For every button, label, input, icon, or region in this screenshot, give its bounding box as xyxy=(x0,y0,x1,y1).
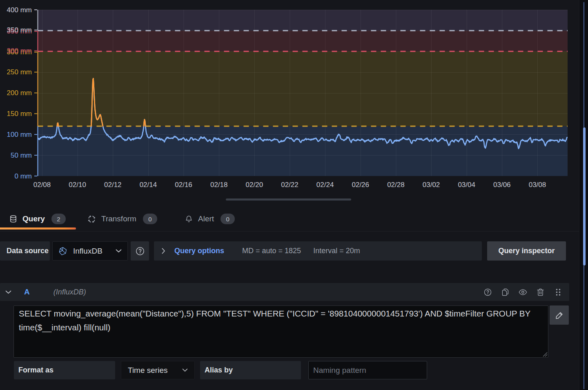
alias-by-label: Alias by xyxy=(200,361,301,379)
x-tick-label: 03/08 xyxy=(529,181,546,189)
alias-by-placeholder: Naming pattern xyxy=(313,366,366,375)
tab-alert-count-badge: 0 xyxy=(220,214,235,224)
datasource-help-button[interactable] xyxy=(131,241,149,261)
y-tick-label: 250 mm xyxy=(7,68,32,76)
y-tick-label: 0 mm xyxy=(15,172,32,180)
datasource-label: Data source xyxy=(0,241,50,261)
query-help-button[interactable] xyxy=(479,288,497,296)
query-ref-id: A xyxy=(24,287,30,296)
query-options-header[interactable]: Query options MD = auto = 1825 Interval … xyxy=(154,241,482,261)
tabbar-divider xyxy=(0,231,588,232)
editor-tabbar: Query 2 Transform 0 xyxy=(0,210,588,230)
chevron-down-icon xyxy=(116,249,122,253)
y-tick-label: 200 mm xyxy=(7,89,32,97)
query-textarea[interactable]: SELECT moving_average(mean("Distance"),5… xyxy=(13,305,548,358)
x-tick-label: 02/10 xyxy=(69,181,86,189)
query-datasource-hint: (InfluxDB) xyxy=(53,288,86,296)
drag-handle-icon[interactable] xyxy=(549,288,567,296)
x-tick-label: 02/26 xyxy=(352,181,369,189)
format-as-label: Format as xyxy=(14,361,115,379)
query-format-row: Format as Time series Alias by Naming pa… xyxy=(0,361,588,379)
x-tick-label: 02/22 xyxy=(281,181,298,189)
tab-transform[interactable]: Transform 0 xyxy=(88,210,157,228)
threshold-region xyxy=(38,31,568,51)
x-tick-label: 03/02 xyxy=(423,181,440,189)
grafana-panel-editor: 0 mm50 mm100 mm150 mm200 mm250 mm300 mm3… xyxy=(0,0,588,390)
tab-transform-label: Transform xyxy=(101,214,136,223)
query-options-md: MD = auto = 1825 xyxy=(242,247,301,255)
y-tick-label: 300 mm xyxy=(7,47,32,55)
tab-query-count-badge: 2 xyxy=(51,214,66,224)
trash-icon xyxy=(537,288,544,296)
query-toolbar: Data source InfluxDB Query options MD xyxy=(0,241,588,261)
x-tick-label: 02/20 xyxy=(246,181,263,189)
threshold-region xyxy=(38,10,568,31)
bell-icon xyxy=(185,215,192,223)
x-tick-label: 02/12 xyxy=(104,181,122,189)
tab-alert-label: Alert xyxy=(198,214,214,223)
tab-query[interactable]: Query 2 xyxy=(10,210,66,228)
threshold-region xyxy=(38,51,568,126)
query-options-label: Query options xyxy=(174,247,224,255)
question-circle-icon xyxy=(136,247,145,256)
database-icon xyxy=(10,215,17,223)
tab-query-label: Query xyxy=(22,214,45,223)
disable-query-button[interactable] xyxy=(514,288,532,296)
tab-alert[interactable]: Alert 0 xyxy=(185,210,235,228)
copy-icon xyxy=(501,288,509,296)
collapse-chevron-down-icon[interactable] xyxy=(5,290,11,294)
x-tick-label: 02/08 xyxy=(33,181,51,189)
query-text: SELECT moving_average(mean("Distance"),5… xyxy=(19,309,530,332)
pane-resize-handle[interactable] xyxy=(226,198,351,201)
query-inspector-button[interactable]: Query inspector xyxy=(487,241,566,261)
edit-query-button[interactable] xyxy=(550,305,569,325)
threshold-region xyxy=(38,126,568,176)
y-tick-label: 350 mm xyxy=(7,26,32,34)
duplicate-query-button[interactable] xyxy=(497,288,514,296)
question-circle-icon xyxy=(484,288,492,296)
pencil-icon xyxy=(555,311,564,319)
textarea-resize-corner[interactable] xyxy=(541,350,548,357)
datasource-picker[interactable]: InfluxDB xyxy=(52,241,128,261)
x-tick-label: 02/24 xyxy=(316,181,334,189)
y-tick-label: 400 mm xyxy=(7,6,32,14)
x-tick-label: 02/28 xyxy=(387,181,405,189)
remove-query-button[interactable] xyxy=(532,288,549,296)
datasource-value: InfluxDB xyxy=(73,247,102,256)
x-tick-label: 02/18 xyxy=(210,181,228,189)
scrollbar-thumb[interactable] xyxy=(583,127,586,265)
x-tick-label: 02/14 xyxy=(140,181,157,189)
alias-by-input[interactable]: Naming pattern xyxy=(308,361,427,379)
y-tick-label: 150 mm xyxy=(7,110,32,118)
eye-icon xyxy=(519,289,527,295)
time-series-chart[interactable]: 0 mm50 mm100 mm150 mm200 mm250 mm300 mm3… xyxy=(0,0,588,198)
x-tick-label: 03/06 xyxy=(493,181,511,189)
format-as-value: Time series xyxy=(128,366,167,375)
x-tick-label: 03/04 xyxy=(458,181,475,189)
tab-transform-count-badge: 0 xyxy=(143,214,157,224)
active-tab-indicator xyxy=(0,227,76,230)
y-tick-label: 50 mm xyxy=(11,152,32,159)
x-tick-label: 02/16 xyxy=(175,181,192,189)
chevron-right-icon xyxy=(162,248,165,254)
chevron-down-icon xyxy=(182,368,188,372)
influxdb-logo-icon xyxy=(58,247,67,256)
query-row-header[interactable]: A (InfluxDB) xyxy=(0,283,569,301)
y-tick-label: 100 mm xyxy=(7,131,32,138)
query-options-interval: Interval = 20m xyxy=(313,247,360,255)
transform-icon xyxy=(88,215,96,223)
format-as-select[interactable]: Time series xyxy=(121,361,195,379)
